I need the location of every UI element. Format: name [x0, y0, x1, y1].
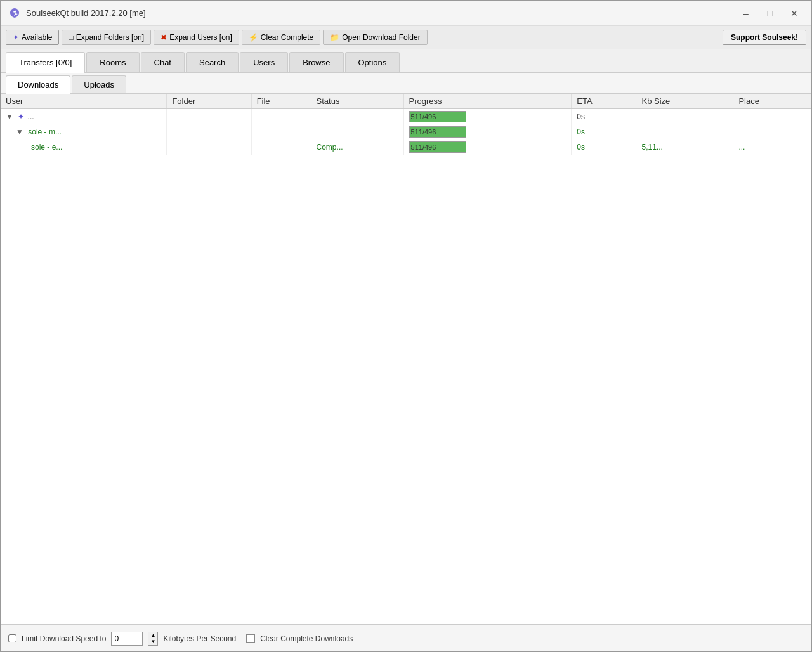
col-place[interactable]: Place	[733, 94, 811, 109]
tab-options[interactable]: Options	[345, 52, 400, 72]
col-kb-size[interactable]: Kb Size	[636, 94, 733, 109]
content-area: Downloads Uploads User Folder File Statu…	[1, 73, 811, 651]
tab-browse[interactable]: Browse	[289, 52, 343, 72]
col-user[interactable]: User	[1, 94, 167, 109]
expand-users-button[interactable]: ✖ Expand Users [on]	[154, 30, 239, 45]
expand-icon[interactable]: ▼	[6, 112, 13, 121]
tab-users[interactable]: Users	[240, 52, 288, 72]
soulseek-icon: ✦	[18, 112, 24, 121]
table-row: ▼ sole - m... 511/496 0s	[1, 124, 811, 140]
support-button[interactable]: Support Soulseek!	[723, 30, 806, 45]
close-button[interactable]: ✕	[785, 6, 804, 21]
clear-complete-icon: ⚡	[249, 33, 258, 42]
folder-icon: 📁	[330, 33, 339, 42]
expand-folders-button[interactable]: □ Expand Folders [on]	[62, 30, 151, 45]
tab-search[interactable]: Search	[186, 52, 239, 72]
expand-folders-icon: □	[69, 33, 73, 42]
tab-chat[interactable]: Chat	[141, 52, 185, 72]
window-title: SoulseekQt build 2017.2.20 [me]	[26, 8, 737, 18]
limit-speed-checkbox[interactable]	[8, 634, 16, 642]
tab-rooms[interactable]: Rooms	[86, 52, 139, 72]
clear-complete-downloads-label: Clear Complete Downloads	[260, 634, 353, 643]
tab-downloads[interactable]: Downloads	[6, 75, 70, 94]
spinner-up-icon[interactable]: ▲	[148, 632, 157, 639]
tab-transfers[interactable]: Transfers [0/0]	[6, 52, 85, 73]
col-eta[interactable]: ETA	[572, 94, 636, 109]
download-table: User Folder File Status Progress ETA Kb …	[1, 94, 811, 625]
col-progress[interactable]: Progress	[403, 94, 572, 109]
sub-tabs: Downloads Uploads	[1, 73, 811, 94]
open-download-folder-button[interactable]: 📁 Open Download Folder	[323, 30, 427, 45]
app-icon	[8, 7, 21, 20]
tab-uploads[interactable]: Uploads	[72, 75, 126, 93]
row-user: ▼ sole - m...	[1, 124, 167, 140]
col-status[interactable]: Status	[311, 94, 403, 109]
speed-input[interactable]	[111, 632, 143, 646]
col-folder[interactable]: Folder	[167, 94, 251, 109]
available-icon: ✦	[13, 33, 19, 42]
speed-spinner[interactable]: ▲ ▼	[148, 632, 158, 646]
window-controls: – □ ✕	[737, 6, 804, 21]
minimize-button[interactable]: –	[737, 6, 756, 21]
table-row: ▼ ✦ ... 511/496 0s	[1, 109, 811, 125]
table-row: sole - e... Comp... 511/496 0s 5,11...	[1, 140, 811, 155]
row-user: sole - e...	[1, 140, 167, 155]
toolbar: ✦ Available □ Expand Folders [on] ✖ Expa…	[1, 26, 811, 49]
status-bar: Limit Download Speed to ▲ ▼ Kilobytes Pe…	[1, 625, 811, 651]
clear-complete-checkbox[interactable]	[246, 634, 255, 643]
spinner-down-icon[interactable]: ▼	[148, 639, 157, 645]
col-file[interactable]: File	[251, 94, 311, 109]
row-user: ▼ ✦ ...	[1, 109, 167, 125]
title-bar: SoulseekQt build 2017.2.20 [me] – □ ✕	[1, 1, 811, 26]
expand-users-icon: ✖	[160, 33, 167, 42]
clear-complete-button[interactable]: ⚡ Clear Complete	[242, 30, 320, 45]
main-tabs: Transfers [0/0] Rooms Chat Search Users …	[1, 49, 811, 73]
available-button[interactable]: ✦ Available	[6, 30, 59, 45]
limit-speed-label: Limit Download Speed to	[22, 634, 106, 643]
speed-unit-label: Kilobytes Per Second	[163, 634, 236, 643]
maximize-button[interactable]: □	[761, 6, 780, 21]
expand-icon[interactable]: ▼	[16, 127, 23, 136]
